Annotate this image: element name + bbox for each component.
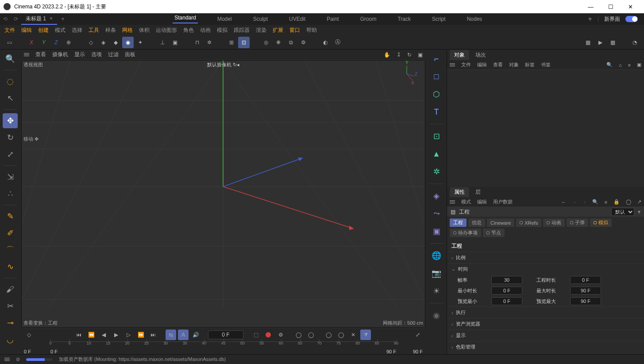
- select-tool-icon[interactable]: ◌: [3, 74, 18, 89]
- rect-primitive-icon[interactable]: □: [429, 69, 444, 84]
- marker-icon[interactable]: ◇: [23, 329, 35, 341]
- attr-tab-todo[interactable]: 待办事项: [450, 229, 481, 237]
- attr-tab-info[interactable]: 信息: [468, 218, 485, 227]
- light-icon[interactable]: ☀: [429, 284, 444, 299]
- vp-menu-camera[interactable]: 摄像机: [52, 51, 68, 58]
- add-layout-icon[interactable]: +: [588, 15, 592, 23]
- render-region-icon[interactable]: ▶: [594, 37, 606, 48]
- gear-small-icon[interactable]: ⚙: [297, 37, 309, 48]
- attr-filter-icon[interactable]: ≡: [605, 199, 607, 205]
- scene-icon[interactable]: 🌐: [429, 248, 444, 263]
- menu-tracker[interactable]: 跟踪器: [234, 27, 250, 34]
- pan-icon[interactable]: ✋: [384, 52, 390, 58]
- history-back[interactable]: ⟲: [0, 13, 11, 25]
- preset-arrow-icon[interactable]: ▾: [638, 209, 640, 215]
- new-tab-button[interactable]: +: [57, 13, 69, 25]
- menu-window[interactable]: 窗口: [289, 27, 300, 34]
- obj-menu-bookmark[interactable]: 书签: [541, 61, 551, 68]
- goto-end-icon[interactable]: ⏭: [148, 330, 158, 340]
- next-frame-icon[interactable]: ▷: [123, 330, 134, 340]
- layout-tab-paint[interactable]: Paint: [325, 16, 340, 22]
- volume-obj-icon[interactable]: ▣: [429, 224, 444, 239]
- frame-icon[interactable]: ▣: [418, 52, 423, 58]
- picture-viewer-icon[interactable]: ◔: [629, 37, 640, 48]
- document-tab[interactable]: 未标题 1 ×: [21, 13, 57, 25]
- search-icon[interactable]: 🔍: [3, 51, 18, 66]
- attr-new-window-icon[interactable]: ◯: [626, 199, 631, 205]
- tab-objects[interactable]: 对象: [450, 50, 469, 60]
- tab-takes[interactable]: 场次: [471, 50, 490, 60]
- zoom-icon[interactable]: ↧: [397, 52, 401, 58]
- obj-filter-icon[interactable]: ≡: [628, 62, 631, 68]
- plane-icon[interactable]: ▣: [169, 37, 181, 48]
- layout-tab-standard[interactable]: Standard: [173, 15, 198, 23]
- loop-icon[interactable]: ⇆: [166, 330, 176, 340]
- viewport[interactable]: 透视视图 默认摄像机 ↻◂ 移动 ✥ Y: [21, 60, 425, 328]
- field-icon[interactable]: ⊡: [429, 129, 444, 144]
- layout-tab-script[interactable]: Script: [430, 16, 447, 22]
- timeline-track[interactable]: 0 F 0 F 90 F 90 F 0510152025303540455055…: [24, 341, 423, 354]
- menu-render[interactable]: 渲染: [256, 27, 266, 34]
- symmetry-icon[interactable]: ⧉: [285, 37, 297, 48]
- obj-home-icon[interactable]: ⌂: [619, 62, 622, 68]
- spline-primitive-icon[interactable]: ⌐: [429, 51, 444, 66]
- solo-icon[interactable]: ◐: [320, 37, 331, 48]
- key-rot-icon[interactable]: ◯: [305, 330, 316, 340]
- snap-settings-icon[interactable]: ✲: [204, 37, 215, 48]
- attr-menu-edit[interactable]: 编辑: [477, 199, 487, 205]
- axis-x-button[interactable]: X: [26, 37, 37, 48]
- orbit-icon[interactable]: ↻: [407, 52, 412, 58]
- attr-tab-nodes[interactable]: 节点: [483, 229, 505, 237]
- move-tool-icon[interactable]: ✥: [3, 113, 18, 128]
- spline-smooth-icon[interactable]: ∿: [3, 259, 18, 274]
- vp-menu-display[interactable]: 显示: [74, 51, 85, 58]
- menu-volume[interactable]: 体积: [139, 27, 150, 34]
- group-scale[interactable]: 比例: [447, 252, 644, 263]
- close-tab-icon[interactable]: ×: [50, 15, 53, 22]
- render-target-icon[interactable]: ◎: [260, 37, 272, 48]
- spline-pen-icon[interactable]: ✎: [3, 209, 18, 224]
- layout-tab-model[interactable]: Model: [216, 16, 234, 22]
- minlen-field[interactable]: 0 F: [491, 287, 522, 295]
- group-time[interactable]: 时间: [447, 263, 644, 275]
- layout-tab-sculpt[interactable]: Sculpt: [251, 16, 270, 22]
- obj-search-icon[interactable]: 🔍: [606, 62, 613, 68]
- menu-mode[interactable]: 模式: [55, 27, 66, 34]
- vp-menu-panel[interactable]: 面板: [125, 51, 135, 58]
- text-primitive-icon[interactable]: T: [429, 104, 444, 119]
- preset-select[interactable]: 默认: [611, 208, 634, 216]
- menu-create[interactable]: 创建: [38, 27, 49, 34]
- menu-ext[interactable]: 扩展: [273, 27, 283, 34]
- attr-back-icon[interactable]: ←: [561, 199, 566, 205]
- range-start2[interactable]: 0 F: [50, 349, 58, 354]
- obj-expand-icon[interactable]: ▣: [637, 62, 641, 68]
- attr-popout-icon[interactable]: ↗: [637, 199, 641, 205]
- key-settings-icon[interactable]: ⚙: [275, 330, 286, 340]
- key-scale-icon[interactable]: ◯: [323, 330, 334, 340]
- attr-up-icon[interactable]: ↑: [583, 199, 586, 205]
- obj-menu-edit[interactable]: 编辑: [477, 61, 487, 68]
- layout-tab-uvedit[interactable]: UVEdit: [287, 16, 307, 22]
- camera-icon[interactable]: 📷: [429, 266, 444, 281]
- attr-fwd-icon[interactable]: →: [572, 199, 577, 205]
- vp-menu-filter[interactable]: 过滤: [108, 51, 119, 58]
- rotate-tool-icon[interactable]: ↻: [3, 130, 18, 145]
- attr-tab-bullet[interactable]: 子弹: [567, 218, 588, 227]
- new-ui-toggle[interactable]: [625, 16, 638, 22]
- minimize-button[interactable]: —: [581, 0, 601, 13]
- attr-tab-cineware[interactable]: Cineware: [487, 218, 514, 227]
- goto-next-key-icon[interactable]: ⏩: [135, 330, 146, 340]
- menu-anim[interactable]: 动画: [200, 27, 211, 34]
- layout-tab-nodes[interactable]: Nodes: [465, 16, 484, 22]
- menu-mograph[interactable]: 运动图形: [156, 27, 177, 34]
- goto-prev-key-icon[interactable]: ⏪: [86, 330, 96, 340]
- key-pos-icon[interactable]: ◯: [293, 330, 304, 340]
- history-fwd[interactable]: ⟳: [11, 13, 21, 25]
- extrude-tool-icon[interactable]: ⊸: [3, 315, 18, 330]
- generator-icon[interactable]: ⤳: [429, 206, 444, 221]
- attr-hamburger-icon[interactable]: [450, 200, 455, 203]
- fps-field[interactable]: 30: [491, 276, 522, 284]
- layout-tab-track[interactable]: Track: [396, 16, 413, 22]
- play-icon[interactable]: ▶: [111, 330, 121, 340]
- attr-tab-anim[interactable]: 动画: [543, 218, 565, 227]
